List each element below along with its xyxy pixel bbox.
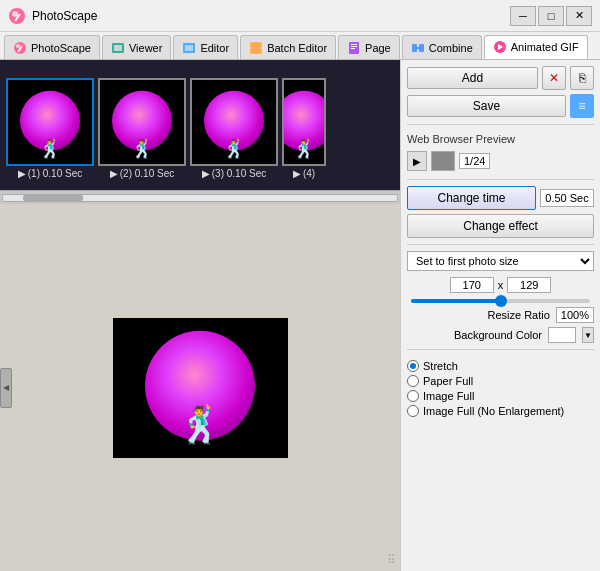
window-controls: ─ □ ✕ xyxy=(510,6,592,26)
maximize-button[interactable]: □ xyxy=(538,6,564,26)
scrollbar-track[interactable] xyxy=(2,194,398,202)
save-button[interactable]: Save xyxy=(407,95,566,117)
thumbnail-3[interactable]: 🕺 ▶ (3) 0.10 Sec xyxy=(190,78,278,179)
dim-separator: x xyxy=(498,279,504,291)
strip-scrollbar[interactable] xyxy=(0,190,400,204)
radio-image-full-no-enlarge-label: Image Full (No Enlargement) xyxy=(423,405,564,417)
thumb-img-3[interactable]: 🕺 xyxy=(190,78,278,166)
resize-ratio-row: Resize Ratio 100% xyxy=(407,307,594,323)
tab-gif[interactable]: Animated GIF xyxy=(484,35,588,59)
radio-image-full[interactable]: Image Full xyxy=(407,390,594,402)
width-input[interactable] xyxy=(450,277,494,293)
color-swatch[interactable] xyxy=(548,327,576,343)
radio-group: Stretch Paper Full Image Full Image Full… xyxy=(407,360,594,417)
radio-image-full-circle xyxy=(407,390,419,402)
tab-photoscape[interactable]: PhotoScape xyxy=(4,35,100,59)
tab-editor[interactable]: Editor xyxy=(173,35,238,59)
thumb-play-1: ▶ xyxy=(18,168,26,179)
height-input[interactable] xyxy=(507,277,551,293)
time-value: 0.50 Sec xyxy=(540,189,594,207)
thumb-img-1[interactable]: 🕺 xyxy=(6,78,94,166)
svg-rect-16 xyxy=(351,46,357,47)
svg-rect-17 xyxy=(351,48,355,49)
tab-page[interactable]: Page xyxy=(338,35,400,59)
left-panel: 🕺 ▶ (1) 0.10 Sec 🕺 ▶ (2) 0.10 Se xyxy=(0,60,400,571)
thumb-figure-4: 🕺 xyxy=(293,138,315,160)
save-row: Save ≡ xyxy=(407,94,594,118)
preview-box xyxy=(431,151,455,171)
svg-rect-18 xyxy=(412,44,417,52)
divider-1 xyxy=(407,124,594,125)
tab-viewer-label: Viewer xyxy=(129,42,162,54)
resize-ratio-value: 100% xyxy=(556,307,594,323)
thumb-play-3: ▶ xyxy=(202,168,210,179)
size-slider[interactable] xyxy=(411,299,590,303)
tab-page-label: Page xyxy=(365,42,391,54)
radio-stretch[interactable]: Stretch xyxy=(407,360,594,372)
tab-editor-label: Editor xyxy=(200,42,229,54)
side-scroll-handle[interactable]: ◀ xyxy=(0,368,12,408)
thumb-label-3: ▶ (3) 0.10 Sec xyxy=(202,168,266,179)
preview-silhouette: 🕺 xyxy=(178,404,223,446)
tab-viewer[interactable]: Viewer xyxy=(102,35,171,59)
thumb-img-4[interactable]: 🕺 xyxy=(282,78,326,166)
radio-image-full-no-enlarge-circle xyxy=(407,405,419,417)
size-dropdown[interactable]: Set to first photo size xyxy=(407,251,594,271)
resize-ratio-label: Resize Ratio xyxy=(488,309,550,321)
svg-rect-7 xyxy=(114,45,122,51)
tab-combine-label: Combine xyxy=(429,42,473,54)
viewer-tab-icon xyxy=(111,41,125,55)
delete-icon: ✕ xyxy=(549,71,559,85)
thumb-label-4: ▶ (4) xyxy=(293,168,315,179)
svg-rect-11 xyxy=(256,42,262,48)
svg-rect-13 xyxy=(256,48,262,54)
divider-3 xyxy=(407,244,594,245)
thumb-play-4: ▶ xyxy=(293,168,301,179)
change-time-button[interactable]: Change time xyxy=(407,186,536,210)
radio-image-full-label: Image Full xyxy=(423,390,474,402)
thumbnail-2[interactable]: 🕺 ▶ (2) 0.10 Sec xyxy=(98,78,186,179)
radio-paper-full[interactable]: Paper Full xyxy=(407,375,594,387)
minimize-button[interactable]: ─ xyxy=(510,6,536,26)
add-button[interactable]: Add xyxy=(407,67,538,89)
save-extra-button[interactable]: ≡ xyxy=(570,94,594,118)
svg-rect-9 xyxy=(185,45,193,51)
batch-tab-icon xyxy=(249,41,263,55)
radio-paper-full-circle xyxy=(407,375,419,387)
scrollbar-thumb[interactable] xyxy=(23,195,83,201)
preview-area: ◀ 🕺 ⠿ xyxy=(0,204,400,571)
tab-gif-label: Animated GIF xyxy=(511,41,579,53)
color-dropdown[interactable]: ▼ xyxy=(582,327,594,343)
tab-combine[interactable]: Combine xyxy=(402,35,482,59)
delete-button[interactable]: ✕ xyxy=(542,66,566,90)
play-button[interactable]: ▶ xyxy=(407,151,427,171)
thumbnail-strip: 🕺 ▶ (1) 0.10 Sec 🕺 ▶ (2) 0.10 Se xyxy=(0,60,400,190)
title-bar: PhotoScape ─ □ ✕ xyxy=(0,0,600,32)
editor-tab-icon xyxy=(182,41,196,55)
thumbnail-4[interactable]: 🕺 ▶ (4) xyxy=(282,78,326,179)
resize-handle[interactable]: ⠿ xyxy=(387,553,396,567)
tab-batch[interactable]: Batch Editor xyxy=(240,35,336,59)
radio-image-full-no-enlarge[interactable]: Image Full (No Enlargement) xyxy=(407,405,594,417)
tab-batch-label: Batch Editor xyxy=(267,42,327,54)
thumbnail-1[interactable]: 🕺 ▶ (1) 0.10 Sec xyxy=(6,78,94,179)
radio-paper-full-label: Paper Full xyxy=(423,375,473,387)
combine-tab-icon xyxy=(411,41,425,55)
app-title: PhotoScape xyxy=(32,9,510,23)
divider-4 xyxy=(407,349,594,350)
copy-button[interactable]: ⎘ xyxy=(570,66,594,90)
divider-2 xyxy=(407,179,594,180)
thumb-img-2[interactable]: 🕺 xyxy=(98,78,186,166)
svg-rect-19 xyxy=(419,44,424,52)
thumb-figure-1: 🕺 xyxy=(39,138,61,160)
change-effect-button[interactable]: Change effect xyxy=(407,214,594,238)
thumb-figure-2: 🕺 xyxy=(131,138,153,160)
radio-stretch-label: Stretch xyxy=(423,360,458,372)
thumb-play-2: ▶ xyxy=(110,168,118,179)
svg-point-1 xyxy=(12,11,18,17)
close-button[interactable]: ✕ xyxy=(566,6,592,26)
size-dropdown-row: Set to first photo size xyxy=(407,251,594,271)
copy-icon: ⎘ xyxy=(579,71,586,85)
thumb-container: 🕺 ▶ (1) 0.10 Sec 🕺 ▶ (2) 0.10 Se xyxy=(0,72,332,179)
change-time-row: Change time 0.50 Sec xyxy=(407,186,594,210)
